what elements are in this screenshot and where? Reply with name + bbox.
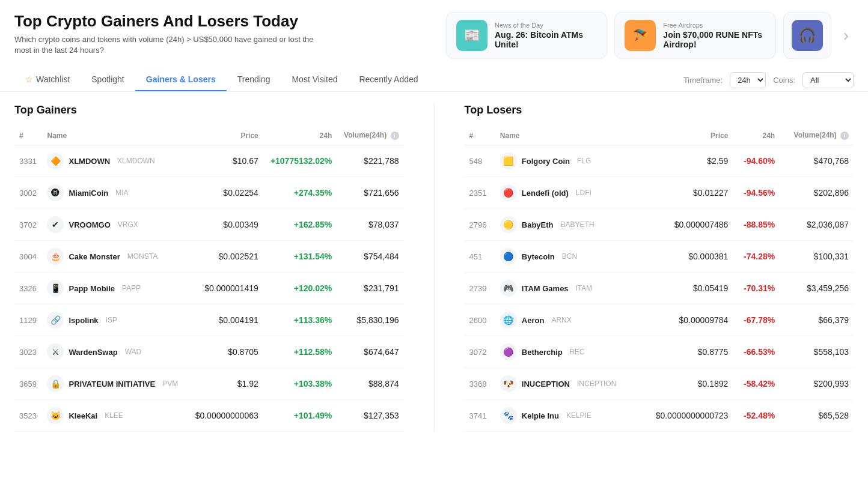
table-row[interactable]: 3072 🟣 Betherchip BEC $0.8775 -66.53% $5…	[465, 336, 854, 368]
table-row[interactable]: 1129 🔗 Ispolink ISP $0.004191 +113.36% $…	[14, 304, 404, 336]
volume-cell: $202,896	[780, 177, 854, 209]
volume-cell: $2,036,087	[780, 209, 854, 241]
price-cell: $0.01227	[639, 177, 733, 209]
coin-symbol: KELPIE	[566, 411, 591, 420]
table-row[interactable]: 3023 ⚔ WardenSwap WAD $0.8705 +112.58% $…	[14, 336, 404, 368]
timeframe-label: Timeframe:	[683, 76, 723, 85]
coin-symbol: VRGX	[118, 220, 138, 229]
coin-icon: 🐶	[500, 375, 517, 392]
price-cell: $1.92	[188, 368, 263, 400]
tab-label-watchlist: Watchlist	[36, 74, 70, 84]
col-name-l: Name	[495, 126, 639, 145]
volume-info-icon-g[interactable]: i	[391, 132, 399, 140]
coin-icon: 🔗	[47, 312, 64, 328]
change-cell: -74.28%	[733, 241, 780, 273]
change-cell: +131.54%	[263, 241, 337, 273]
coin-name: Kelpie Inu	[522, 411, 559, 420]
table-row[interactable]: 451 🔵 Bytecoin BCN $0.000381 -74.28% $10…	[465, 241, 854, 273]
change-cell: +101.49%	[263, 400, 337, 432]
coin-icon: 🟡	[500, 216, 517, 233]
tab-label-spotlight: Spotlight	[91, 74, 124, 84]
volume-cell: $470,768	[780, 145, 854, 177]
tab-watchlist[interactable]: ☆Watchlist	[14, 68, 81, 91]
price-cell: $0.1892	[639, 368, 733, 400]
coin-name: MiamiCoin	[69, 189, 108, 198]
news-card-1[interactable]: 🪂 Free Airdrops Join $70,000 RUNE NFTs A…	[614, 12, 775, 59]
price-cell: $0.000001419	[188, 273, 263, 304]
price-cell: $0.8775	[639, 336, 733, 368]
coin-icon: 📱	[47, 280, 64, 297]
table-row[interactable]: 3659 🔒 PRIVATEUM INITIATIVE PVM $1.92 +1…	[14, 368, 404, 400]
tab-recently-added[interactable]: Recently Added	[348, 68, 429, 91]
rank-cell: 3659	[14, 368, 42, 400]
table-row[interactable]: 3702 ✔ VROOMGO VRGX $0.00349 +162.85% $7…	[14, 209, 404, 241]
table-row[interactable]: 3331 🔶 XLMDOWN XLMDOWN $10.67 +10775132.…	[14, 145, 404, 177]
change-cell: -58.42%	[733, 368, 780, 400]
tab-most-visited[interactable]: Most Visited	[281, 68, 348, 91]
volume-cell: $231,791	[337, 273, 403, 304]
gainers-table: # Name Price 24h Volume(24h) i 3331 🔶 XL…	[14, 126, 404, 432]
gainers-tbody: 3331 🔶 XLMDOWN XLMDOWN $10.67 +10775132.…	[14, 145, 404, 432]
volume-cell: $65,528	[780, 400, 854, 432]
tab-spotlight[interactable]: Spotlight	[81, 68, 135, 91]
page-title: Top Crypto Gainers And Losers Today	[14, 12, 422, 31]
price-cell: $0.00349	[188, 209, 263, 241]
volume-cell: $3,459,256	[780, 273, 854, 304]
news-next-arrow[interactable]: ›	[839, 12, 854, 59]
change-cell: +113.36%	[263, 304, 337, 336]
rank-cell: 3002	[14, 177, 42, 209]
change-cell: +103.38%	[263, 368, 337, 400]
rank-cell: 548	[465, 145, 495, 177]
losers-title: Top Losers	[465, 104, 854, 116]
news-title-0: Aug. 26: Bitcoin ATMs Unite!	[495, 30, 597, 49]
news-title-1: Join $70,000 RUNE NFTs Airdrop!	[663, 30, 765, 49]
name-cell: 🐾 Kelpie Inu KELPIE	[495, 400, 639, 432]
volume-info-icon-l[interactable]: i	[840, 132, 849, 140]
price-cell: $0.05419	[639, 273, 733, 304]
price-cell: $0.02254	[188, 177, 263, 209]
coin-name: Lendefi (old)	[522, 189, 569, 198]
coin-icon: 🟣	[500, 343, 517, 360]
section-divider	[434, 104, 435, 432]
name-cell: 🅜 MiamiCoin MIA	[42, 177, 188, 209]
news-card-0[interactable]: 📰 News of the Day Aug. 26: Bitcoin ATMs …	[446, 12, 607, 59]
coin-name: BabyEth	[522, 220, 554, 229]
volume-cell: $127,353	[337, 400, 403, 432]
name-cell: ✔ VROOMGO VRGX	[42, 209, 188, 241]
timeframe-select[interactable]: 1h24h7d30d	[730, 72, 766, 88]
volume-cell: $66,379	[780, 304, 854, 336]
coin-icon: 🔒	[47, 375, 64, 392]
table-row[interactable]: 2351 🔴 Lendefi (old) LDFI $0.01227 -94.5…	[465, 177, 854, 209]
name-cell: 🔴 Lendefi (old) LDFI	[495, 177, 639, 209]
tab-trending[interactable]: Trending	[227, 68, 281, 91]
table-row[interactable]: 2600 🌐 Aeron ARNX $0.00009784 -67.78% $6…	[465, 304, 854, 336]
table-row[interactable]: 3002 🅜 MiamiCoin MIA $0.02254 +274.35% $…	[14, 177, 404, 209]
name-cell: 🟡 BabyEth BABYETH	[495, 209, 639, 241]
table-row[interactable]: 3368 🐶 INUCEPTION INCEPTION $0.1892 -58.…	[465, 368, 854, 400]
table-row[interactable]: 3004 🎂 Cake Monster MONSTA $0.002521 +13…	[14, 241, 404, 273]
table-row[interactable]: 2739 🎮 ITAM Games ITAM $0.05419 -70.31% …	[465, 273, 854, 304]
coin-name: WardenSwap	[69, 348, 117, 357]
name-cell: 🟨 Folgory Coin FLG	[495, 145, 639, 177]
volume-cell: $200,993	[780, 368, 854, 400]
news-card-2[interactable]: 🎧	[783, 12, 831, 59]
rank-cell: 2796	[465, 209, 495, 241]
tab-gainers-losers[interactable]: Gainers & Losers	[135, 68, 227, 91]
col-price-g: Price	[188, 126, 263, 145]
table-row[interactable]: 3523 🐱 KleeKai KLEE $0.00000000063 +101.…	[14, 400, 404, 432]
table-row[interactable]: 2796 🟡 BabyEth BABYETH $0.000007486 -88.…	[465, 209, 854, 241]
table-row[interactable]: 548 🟨 Folgory Coin FLG $2.59 -94.60% $47…	[465, 145, 854, 177]
tab-label-gainers-losers: Gainers & Losers	[146, 74, 216, 84]
price-cell: $0.000007486	[639, 209, 733, 241]
news-icon-0: 📰	[456, 20, 487, 51]
table-row[interactable]: 3326 📱 Papp Mobile PAPP $0.000001419 +12…	[14, 273, 404, 304]
table-row[interactable]: 3741 🐾 Kelpie Inu KELPIE $0.000000000072…	[465, 400, 854, 432]
name-cell: 🔵 Bytecoin BCN	[495, 241, 639, 273]
volume-cell: $100,331	[780, 241, 854, 273]
rank-cell: 3368	[465, 368, 495, 400]
coin-symbol: ISP	[106, 316, 117, 324]
gainers-title: Top Gainers	[14, 104, 404, 116]
coins-select[interactable]: AllTop 100Top 500	[802, 72, 854, 88]
losers-tbody: 548 🟨 Folgory Coin FLG $2.59 -94.60% $47…	[465, 145, 854, 432]
col-volume-g: Volume(24h) i	[337, 126, 403, 145]
